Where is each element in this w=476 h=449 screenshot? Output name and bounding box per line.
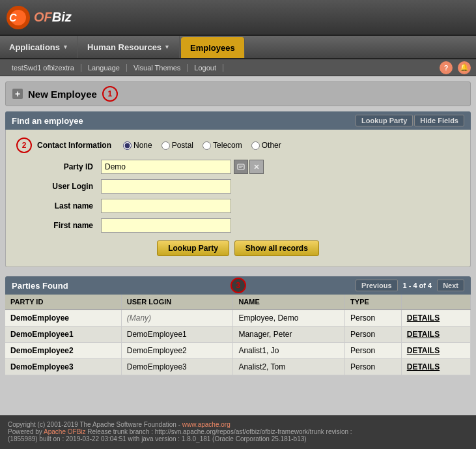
cell-party-id[interactable]: DemoEmployee3 xyxy=(5,359,121,375)
cell-name: Manager, Peter xyxy=(233,326,345,343)
details-link[interactable]: DETAILS xyxy=(401,343,470,359)
table-row: DemoEmployee1DemoEmployee1Manager, Peter… xyxy=(5,326,471,343)
notification-icon[interactable]: 🔔 xyxy=(458,61,471,74)
subnav-logout[interactable]: Logout xyxy=(188,64,223,72)
contact-postal[interactable]: Postal xyxy=(161,141,193,150)
footer: Copyright (c) 2001-2019 The Apache Softw… xyxy=(0,415,476,448)
details-link[interactable]: DETAILS xyxy=(401,326,470,343)
party-id-lookup-icon[interactable] xyxy=(234,160,248,174)
search-form: 2 Contact Information None Postal Teleco… xyxy=(5,130,471,267)
cell-type: Person xyxy=(345,343,402,359)
first-name-input[interactable] xyxy=(101,218,231,233)
table-row: DemoEmployee(Many)Employee, DemoPersonDE… xyxy=(5,310,471,326)
cell-user-login: DemoEmployee2 xyxy=(121,343,233,359)
table-header-row: PARTY ID USER LOGIN NAME TYPE xyxy=(5,295,471,310)
nav-item-human-resources[interactable]: Human Resources ▼ xyxy=(78,36,180,58)
main-content: + New Employee 1 Find an employee Lookup… xyxy=(0,76,476,415)
party-id-label: Party ID xyxy=(16,162,101,171)
details-link[interactable]: DETAILS xyxy=(401,310,470,326)
party-id-row: Party ID xyxy=(16,160,460,174)
subnav-language[interactable]: Language xyxy=(81,64,127,72)
last-name-label: Last name xyxy=(16,201,101,210)
sub-nav: testSwd1 ofbizextra Language Visual Them… xyxy=(0,59,476,76)
logo[interactable]: C OFBiz xyxy=(5,5,72,31)
party-id-input[interactable] xyxy=(101,160,231,174)
show-all-records-button[interactable]: Show all records xyxy=(234,240,319,256)
cell-user-login: (Many) xyxy=(121,310,233,326)
cell-type: Person xyxy=(345,310,402,326)
contact-telecom[interactable]: Telecom xyxy=(203,141,242,150)
parties-header: Parties Found 3 Previous 1 - 4 of 4 Next xyxy=(5,276,471,295)
party-id-clear-icon[interactable] xyxy=(249,160,264,174)
lookup-party-link[interactable]: Lookup Party xyxy=(356,115,413,126)
col-type: TYPE xyxy=(345,295,402,310)
footer-link1[interactable]: www.apache.org xyxy=(182,421,231,428)
cell-type: Person xyxy=(345,359,402,375)
next-button[interactable]: Next xyxy=(437,280,464,291)
action-buttons-row: Lookup Party Show all records xyxy=(16,240,460,256)
hr-dropdown-icon: ▼ xyxy=(164,44,170,50)
last-name-input[interactable] xyxy=(101,199,231,213)
contact-other[interactable]: Other xyxy=(251,141,281,150)
contact-info-label: Contact Information xyxy=(37,141,115,150)
first-name-label: First name xyxy=(16,221,101,230)
parties-title: Parties Found xyxy=(12,281,68,291)
col-user-login: USER LOGIN xyxy=(121,295,233,310)
col-details xyxy=(401,295,470,310)
user-login-input[interactable] xyxy=(101,179,231,194)
parties-nav: Previous 1 - 4 of 4 Next xyxy=(356,280,464,291)
find-employee-section: Find an employee Lookup Party Hide Field… xyxy=(5,111,471,267)
user-login-row: User Login xyxy=(16,179,460,194)
page-range: 1 - 4 of 4 xyxy=(399,282,436,289)
footer-line3: (1855989) built on : 2019-03-22 03:04:51… xyxy=(8,435,468,442)
cell-name: Analist2, Tom xyxy=(233,359,345,375)
nav-item-employees[interactable]: Employees xyxy=(181,37,245,58)
contact-none[interactable]: None xyxy=(123,141,152,150)
footer-line2: Powered by Apache OFBiz Release trunk br… xyxy=(8,428,468,435)
nav-item-applications[interactable]: Applications ▼ xyxy=(0,36,78,58)
cell-user-login: DemoEmployee1 xyxy=(121,326,233,343)
user-login-label: User Login xyxy=(16,182,101,191)
last-name-row: Last name xyxy=(16,199,460,213)
help-icon[interactable]: ? xyxy=(440,61,453,74)
cell-party-id[interactable]: DemoEmployee1 xyxy=(5,326,121,343)
find-bar-title: Find an employee xyxy=(12,116,83,126)
footer-link2[interactable]: Apache OFBiz xyxy=(44,428,85,435)
find-bar-header: Find an employee Lookup Party Hide Field… xyxy=(5,111,471,130)
footer-line1: Copyright (c) 2001-2019 The Apache Softw… xyxy=(8,421,468,428)
cell-party-id[interactable]: DemoEmployee xyxy=(5,310,121,326)
subnav-visual-themes[interactable]: Visual Themes xyxy=(127,64,188,72)
details-link[interactable]: DETAILS xyxy=(401,359,470,375)
col-name: NAME xyxy=(233,295,345,310)
subnav-user: testSwd1 ofbizextra xyxy=(5,64,81,72)
applications-dropdown-icon: ▼ xyxy=(63,44,68,50)
step-3-circle: 3 xyxy=(231,278,246,293)
contact-info-row: Contact Information None Postal Telecom xyxy=(37,141,460,150)
nav-bar: Applications ▼ Human Resources ▼ Employe… xyxy=(0,36,476,59)
hide-fields-link[interactable]: Hide Fields xyxy=(414,115,464,126)
table-row: DemoEmployee2DemoEmployee2Analist1, JoPe… xyxy=(5,343,471,359)
new-employee-label[interactable]: New Employee xyxy=(28,89,97,100)
col-party-id: PARTY ID xyxy=(5,295,121,310)
step-2-circle: 2 xyxy=(16,138,32,153)
logo-icon: C xyxy=(5,5,31,31)
parties-found-section: Parties Found 3 Previous 1 - 4 of 4 Next… xyxy=(5,276,471,375)
top-bar: C OFBiz xyxy=(0,0,476,36)
svg-text:C: C xyxy=(9,12,17,23)
cell-name: Employee, Demo xyxy=(233,310,345,326)
first-name-row: First name xyxy=(16,218,460,233)
previous-button[interactable]: Previous xyxy=(356,280,397,291)
cell-party-id[interactable]: DemoEmployee2 xyxy=(5,343,121,359)
lookup-party-button[interactable]: Lookup Party xyxy=(157,240,229,256)
table-row: DemoEmployee3DemoEmployee3Analist2, TomP… xyxy=(5,359,471,375)
new-employee-plus-icon: + xyxy=(12,89,23,99)
find-bar-links: Lookup Party Hide Fields xyxy=(356,115,464,126)
contact-radio-group: None Postal Telecom Other xyxy=(123,141,281,150)
cell-user-login: DemoEmployee3 xyxy=(121,359,233,375)
logo-text: OFBiz xyxy=(34,10,72,25)
step-1-circle: 1 xyxy=(102,86,118,102)
results-table: PARTY ID USER LOGIN NAME TYPE DemoEmploy… xyxy=(5,295,471,375)
new-employee-bar: + New Employee 1 xyxy=(5,81,471,106)
cell-name: Analist1, Jo xyxy=(233,343,345,359)
party-id-icons xyxy=(234,160,264,174)
